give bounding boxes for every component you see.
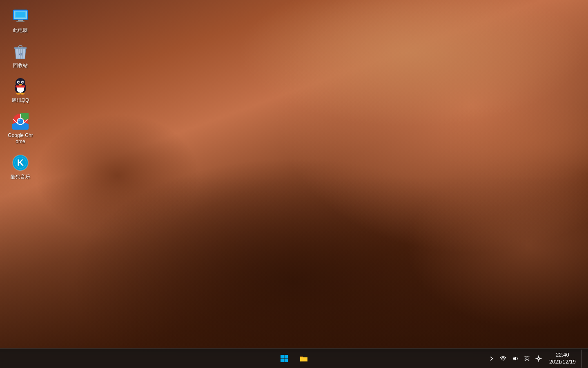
svg-rect-7 [19, 46, 22, 48]
wallpaper [0, 0, 588, 352]
recycle-icon[interactable]: ♻ 回收站 [4, 39, 37, 72]
recycle-icon-image: ♻ [11, 43, 29, 61]
computer-icon-image [11, 7, 29, 25]
kuwo-icon[interactable]: K 酷狗音乐 [4, 150, 37, 184]
desktop-icons: 此电脑 ♻ 回收站 [0, 0, 41, 204]
clock-area[interactable]: 22:40 2021/12/19 [546, 351, 579, 366]
svg-point-25 [18, 119, 20, 121]
svg-point-16 [19, 82, 20, 83]
file-explorer-button[interactable] [295, 350, 313, 368]
svg-point-24 [18, 119, 23, 124]
start-button[interactable] [275, 350, 293, 368]
svg-point-20 [16, 93, 20, 95]
network-icon[interactable] [498, 354, 508, 364]
computer-icon[interactable]: 此电脑 [4, 4, 37, 37]
svg-rect-33 [281, 355, 284, 359]
qq-icon-image [11, 77, 29, 95]
svg-text:K: K [17, 157, 24, 168]
svg-point-18 [19, 84, 22, 85]
show-hidden-icons-button[interactable] [488, 350, 496, 368]
svg-point-21 [20, 93, 24, 95]
settings-tray-icon[interactable] [534, 354, 543, 364]
taskbar-right: 英 22:40 2021/12/19 [488, 350, 585, 368]
language-label: 英 [524, 355, 530, 362]
desktop: 此电脑 ♻ 回收站 [0, 0, 588, 368]
taskbar-center [275, 350, 313, 368]
svg-rect-5 [16, 12, 25, 17]
speaker-icon[interactable] [510, 354, 520, 364]
computer-label: 此电脑 [13, 27, 28, 34]
taskbar: 英 22:40 2021/12/19 [0, 348, 588, 368]
svg-text:♻: ♻ [19, 52, 22, 56]
kuwo-icon-image: K [11, 154, 29, 172]
svg-rect-35 [281, 359, 284, 362]
svg-rect-34 [285, 355, 288, 359]
clock-date: 2021/12/19 [549, 359, 576, 366]
show-desktop-button[interactable] [581, 350, 585, 368]
chrome-icon-image [11, 112, 29, 130]
svg-rect-36 [285, 359, 288, 362]
language-button[interactable]: 英 [523, 350, 531, 368]
kuwo-label: 酷狗音乐 [11, 174, 30, 180]
svg-rect-2 [18, 20, 23, 21]
recycle-label: 回收站 [13, 63, 28, 69]
qq-icon[interactable]: 腾讯QQ [4, 74, 37, 107]
svg-rect-3 [16, 21, 24, 22]
clock-time: 22:40 [556, 352, 569, 359]
qq-label: 腾讯QQ [12, 97, 29, 104]
chrome-icon[interactable]: Google Chrome [4, 109, 37, 148]
svg-point-17 [23, 82, 24, 83]
svg-rect-19 [16, 85, 25, 88]
svg-point-37 [537, 357, 539, 359]
chrome-label: Google Chrome [7, 132, 34, 145]
